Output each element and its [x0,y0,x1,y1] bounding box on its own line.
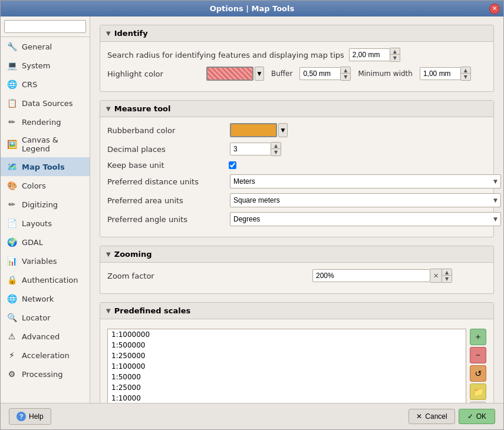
sidebar-icon-digitizing: ✏️ [6,199,17,210]
help-button[interactable]: ? Help [9,408,51,425]
zoom-down[interactable]: ▼ [442,276,452,282]
sidebar-item-canvas-legend[interactable]: 🖼️Canvas & Legend [1,131,90,157]
sidebar-item-colors[interactable]: 🎨Colors [1,176,90,195]
pref-area-select[interactable]: Square meters Square kilometers Hectares [230,193,501,207]
sidebar-item-layouts[interactable]: 📄Layouts [1,214,90,233]
sidebar-item-gdal[interactable]: 🌍GDAL [1,233,90,252]
identify-toggle[interactable]: ▼ [106,30,111,37]
pref-area-select-container: Square meters Square kilometers Hectares [230,193,501,207]
zoom-factor-label: Zoom factor [107,272,308,280]
decimal-up[interactable]: ▲ [271,143,281,149]
measure-toggle[interactable]: ▼ [106,105,111,112]
sidebar-label-locator: Locator [22,313,50,322]
ok-button[interactable]: ✓ OK [459,409,495,424]
main-window: Options | Map Tools ✕ 🔧General💻System🌐CR… [0,0,504,430]
scale-remove-btn[interactable]: － [470,347,486,363]
predefined-toggle[interactable]: ▼ [106,307,111,314]
close-button[interactable]: ✕ [489,4,500,14]
buffer-down[interactable]: ▼ [341,74,350,80]
sidebar-icon-colors: 🎨 [6,180,17,191]
sidebar-item-variables[interactable]: 📊Variables [1,252,90,270]
search-radius-label: Search radius for identifying features a… [107,51,344,59]
sidebar-item-acceleration[interactable]: ⚡Acceleration [1,346,90,365]
sidebar-item-crs[interactable]: 🌐CRS [1,75,90,94]
rubberband-color-arrow[interactable]: ▼ [278,123,288,137]
minwidth-down[interactable]: ▼ [461,74,470,80]
highlight-color-btn[interactable] [206,67,253,81]
scale-item[interactable]: 1:250000 [108,350,466,361]
predefined-section: ▼ Predefined scales 1:10000001:5000001:2… [100,302,494,403]
scale-reset-btn[interactable]: ↺ [470,365,486,382]
ok-icon: ✓ [467,412,473,421]
sidebar-label-processing: Processing [22,370,62,379]
highlight-color-dropdown: ▼ [206,67,264,81]
rubberband-color-btn[interactable] [230,123,277,137]
zoom-factor-row: Zoom factor ✕ ▲ ▼ [107,269,486,283]
scale-item[interactable]: 1:100000 [108,361,466,372]
cancel-button[interactable]: ✕ Cancel [409,409,454,424]
rubberband-row: Rubberband color ▼ [107,123,486,137]
sidebar-icon-system: 💻 [6,60,17,71]
sidebar-label-system: System [22,61,50,70]
buffer-up[interactable]: ▲ [341,67,350,74]
search-radius-up[interactable]: ▲ [390,48,400,55]
pref-distance-label: Preferred distance units [107,177,225,186]
search-radius-input[interactable] [349,48,390,61]
zooming-toggle[interactable]: ▼ [106,251,111,257]
minwidth-input[interactable] [420,67,461,80]
sidebar-item-network[interactable]: 🌐Network [1,289,90,308]
scale-add-btn[interactable]: ＋ [470,329,486,345]
zoom-clear-btn[interactable]: ✕ [430,269,442,283]
sidebar-item-processing[interactable]: ⚙️Processing [1,365,90,383]
pref-angle-select-container: Degrees Radians Gon/gradians [230,212,501,226]
sidebar-item-map-tools[interactable]: 🗺️Map Tools [1,157,90,176]
identify-section: ▼ Identify Search radius for identifying… [100,25,494,92]
sidebar-item-digitizing[interactable]: ✏️Digitizing [1,195,90,214]
sidebar-item-authentication[interactable]: 🔒Authentication [1,270,90,289]
predefined-header: ▼ Predefined scales [100,303,493,319]
minwidth-spin: ▲ ▼ [420,67,471,81]
sidebar-item-data-sources[interactable]: 📋Data Sources [1,94,90,113]
zoom-input[interactable] [312,269,430,282]
sidebar-item-system[interactable]: 💻System [1,56,90,75]
footer: ? Help ✕ Cancel ✓ OK [1,403,503,429]
minwidth-arrows: ▲ ▼ [461,67,471,81]
sidebar-label-canvas-legend: Canvas & Legend [22,135,84,153]
sidebar-label-digitizing: Digitizing [22,200,58,209]
minwidth-up[interactable]: ▲ [461,67,470,74]
sidebar-icon-advanced: ⚠️ [6,331,17,342]
minwidth-label: Minimum width [358,70,413,78]
scale-item[interactable]: 1:1000000 [108,329,466,340]
scale-item[interactable]: 1:50000 [108,372,466,382]
sidebar-item-rendering[interactable]: ✏️Rendering [1,113,90,131]
highlight-color-arrow[interactable]: ▼ [255,67,264,81]
titlebar: Options | Map Tools ✕ [1,1,503,16]
sidebar-label-data-sources: Data Sources [22,99,73,108]
sidebar-item-advanced[interactable]: ⚠️Advanced [1,327,90,346]
identify-body: Search radius for identifying features a… [100,42,493,91]
pref-angle-row: Preferred angle units Degrees Radians Go… [107,212,486,226]
measure-header: ▼ Measure tool [100,101,493,117]
buffer-input[interactable] [299,67,341,80]
scale-item[interactable]: 1:500000 [108,340,466,350]
scale-item[interactable]: 1:25000 [108,382,466,393]
rubberband-label: Rubberband color [107,126,225,135]
pref-area-row: Preferred area units Square meters Squar… [107,193,486,207]
pref-angle-select[interactable]: Degrees Radians Gon/gradians [230,212,501,226]
scale-folder-btn[interactable]: 📁 [470,383,486,400]
sidebar-item-locator[interactable]: 🔍Locator [1,308,90,327]
decimal-down[interactable]: ▼ [271,149,281,156]
buffer-label: Buffer [271,70,292,78]
search-radius-down[interactable]: ▼ [390,55,400,61]
search-input[interactable] [4,20,86,33]
keepbase-checkbox[interactable] [229,161,236,169]
keepbase-row: Keep base unit [107,161,486,170]
sidebar-item-general[interactable]: 🔧General [1,37,90,56]
sidebar-icon-network: 🌐 [6,293,17,304]
scale-item[interactable]: 1:10000 [108,393,466,403]
predefined-body: 1:10000001:5000001:2500001:1000001:50000… [100,319,493,403]
pref-distance-select[interactable]: Meters Kilometers Feet Miles [230,174,501,188]
decimal-input[interactable] [230,143,271,156]
scales-list[interactable]: 1:10000001:5000001:2500001:1000001:50000… [107,329,466,403]
zoom-up[interactable]: ▲ [442,269,452,276]
